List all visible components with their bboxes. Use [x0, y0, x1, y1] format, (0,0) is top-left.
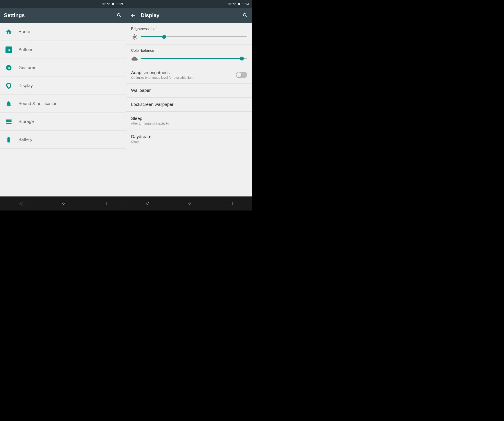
colorbalance-slider-row [131, 55, 247, 62]
sidebar-item-buttons[interactable]: B Buttons [0, 41, 126, 59]
daydream-subtitle: Clock [131, 140, 247, 143]
left-home-btn[interactable]: ○ [58, 199, 69, 209]
sidebar-item-buttons-label: Buttons [18, 47, 33, 52]
left-status-icons: 9:13 [102, 2, 123, 6]
daydream-item[interactable]: Daydream Clock [126, 130, 252, 148]
gestures-icon [4, 63, 14, 73]
right-recent-btn[interactable]: □ [225, 199, 237, 209]
sidebar-item-home[interactable]: Home [0, 23, 126, 41]
sleep-title: Sleep [131, 116, 247, 121]
brightness-slider[interactable] [141, 36, 247, 37]
colorbalance-title: Color balance [131, 48, 247, 53]
sidebar-item-display-label: Display [18, 83, 33, 88]
left-toolbar: Settings [0, 8, 126, 23]
left-search-icon[interactable] [116, 12, 122, 18]
left-panel: 9:13 Settings Home B [0, 0, 126, 210]
daydream-title: Daydream [131, 134, 247, 139]
right-panel: 9:14 Display Brightness level [126, 0, 252, 210]
colorbalance-slider-fill [141, 58, 242, 59]
sidebar-item-battery-label: Battery [18, 137, 32, 142]
battery-settings-icon [4, 135, 14, 145]
sidebar-item-display[interactable]: Display [0, 77, 126, 95]
sleep-item[interactable]: Sleep After 1 minute of inactivity [126, 112, 252, 130]
brightness-title: Brightness level [131, 27, 247, 31]
display-content: Brightness level Color balance [126, 23, 252, 196]
right-time: 9:14 [243, 2, 249, 6]
adaptive-brightness-item[interactable]: Adaptive brightness Optimize brightness … [126, 66, 252, 83]
vibrate-icon [102, 2, 106, 6]
colorbalance-section: Color balance [126, 45, 252, 66]
sidebar-item-gestures[interactable]: Gestures [0, 59, 126, 77]
toggle-knob [236, 72, 241, 77]
right-toolbar: Display [126, 8, 252, 23]
left-time: 9:13 [117, 2, 123, 6]
adaptive-brightness-toggle[interactable] [236, 72, 247, 78]
home-icon [4, 27, 14, 37]
right-status-icons: 9:14 [228, 2, 249, 6]
right-status-bar: 9:14 [126, 0, 252, 8]
wallpaper-item[interactable]: Wallpaper [126, 83, 252, 98]
colorbalance-slider-thumb[interactable] [240, 57, 244, 60]
right-toolbar-title: Display [141, 12, 239, 18]
right-back-btn[interactable]: ◁ [141, 199, 154, 209]
brightness-section: Brightness level [126, 23, 252, 45]
right-vibrate-icon [228, 2, 232, 6]
left-status-bar: 9:13 [0, 0, 126, 8]
brightness-slider-icon [131, 33, 138, 40]
adaptive-brightness-subtitle: Optimize brightness level for available … [131, 76, 233, 79]
right-signal-icon [233, 2, 236, 6]
adaptive-brightness-title: Adaptive brightness [131, 70, 233, 75]
display-icon [4, 81, 14, 91]
sidebar-item-home-label: Home [18, 29, 30, 34]
left-toolbar-title: Settings [4, 12, 113, 18]
left-nav-bar: ◁ ○ □ [0, 196, 126, 210]
adaptive-brightness-text: Adaptive brightness Optimize brightness … [131, 70, 233, 79]
brightness-slider-fill [141, 36, 164, 37]
right-back-icon[interactable] [130, 12, 136, 18]
sound-icon [4, 99, 14, 109]
right-nav-bar: ◁ ○ □ [126, 196, 252, 210]
right-battery-icon [238, 2, 240, 6]
settings-list: Home B Buttons Gestures [0, 23, 126, 196]
left-back-btn[interactable]: ◁ [15, 199, 27, 209]
sidebar-item-storage[interactable]: Storage [0, 113, 126, 131]
colorbalance-slider[interactable] [141, 58, 247, 59]
sidebar-item-sound-label: Sound & notification [18, 101, 58, 106]
brightness-slider-thumb[interactable] [162, 35, 166, 39]
sidebar-item-storage-label: Storage [18, 119, 34, 124]
cloud-icon [131, 55, 138, 62]
sidebar-item-gestures-label: Gestures [18, 65, 36, 70]
lockscreen-wallpaper-item[interactable]: Lockscreen wallpaper [126, 98, 252, 112]
brightness-slider-row [131, 33, 247, 40]
right-search-icon[interactable] [242, 12, 248, 18]
buttons-icon: B [4, 45, 14, 55]
signal-icon [107, 2, 110, 6]
battery-icon [112, 2, 114, 6]
right-home-btn[interactable]: ○ [184, 199, 195, 209]
left-recent-btn[interactable]: □ [99, 199, 111, 209]
sidebar-item-battery[interactable]: Battery [0, 131, 126, 149]
lockscreen-wallpaper-title: Lockscreen wallpaper [131, 102, 247, 107]
wallpaper-title: Wallpaper [131, 88, 247, 93]
storage-icon [4, 117, 14, 127]
sidebar-item-sound[interactable]: Sound & notification [0, 95, 126, 113]
sleep-subtitle: After 1 minute of inactivity [131, 122, 247, 125]
